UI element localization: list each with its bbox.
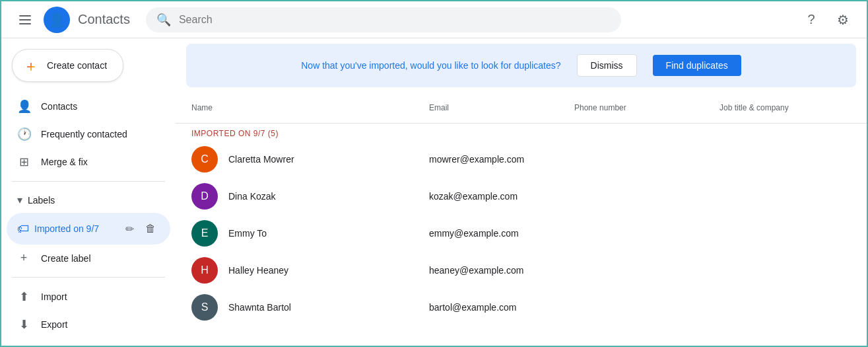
create-contact-label: Create contact [47, 60, 107, 71]
contact-avatar: D [191, 183, 218, 210]
table-header: Name Email Phone number Job title & comp… [176, 93, 867, 124]
sidebar-item-contacts-label: Contacts [41, 101, 77, 112]
content-area: Now that you've imported, would you like… [176, 38, 867, 346]
imported-label-text: Imported on 9/7 [34, 223, 115, 234]
find-duplicates-button[interactable]: Find duplicates [653, 55, 741, 76]
header-name: Name [191, 98, 429, 118]
create-contact-button[interactable]: Create contact [12, 49, 123, 82]
header-job: Job title & company [719, 98, 851, 118]
sidebar-bottom: ⬆ Import ⬇ Export 🖨 Print [1, 283, 176, 346]
contact-avatar: C [191, 146, 218, 173]
header-phone: Phone number [574, 98, 719, 118]
chevron-down-icon: ▾ [17, 194, 22, 206]
sidebar-item-merge-label: Merge & fix [41, 157, 88, 167]
contact-avatar: S [191, 294, 218, 321]
labels-section: ▾ Labels 🏷 Imported on 9/7 ✏ 🗑 + Create … [1, 187, 176, 272]
table-row[interactable]: S Shawnta Bartol bartol@example.com [176, 289, 867, 326]
contact-name: Dina Kozak [228, 191, 276, 202]
help-button[interactable]: ? [798, 7, 824, 33]
app-title: Contacts [78, 12, 130, 27]
hamburger-icon [19, 15, 31, 24]
contact-name-cell: C Claretta Mowrer [191, 146, 429, 173]
create-label-item[interactable]: + Create label [7, 245, 170, 272]
contact-email: emmy@example.com [429, 228, 574, 239]
person-icon: 👤 [17, 99, 30, 114]
import-banner: Now that you've imported, would you like… [186, 44, 856, 87]
merge-icon: ⊞ [17, 155, 30, 169]
print-icon: 🖨 [17, 345, 30, 346]
header-email: Email [429, 98, 574, 118]
group-label: IMPORTED ON 9/7 (5) [176, 124, 867, 141]
contact-email: mowrer@example.com [429, 154, 574, 165]
table-row[interactable]: E Emmy To emmy@example.com [176, 215, 867, 252]
delete-label-button[interactable]: 🗑 [141, 219, 160, 238]
label-icon: 🏷 [17, 222, 29, 236]
sidebar-item-import[interactable]: ⬆ Import [7, 283, 170, 311]
contact-avatar: E [191, 220, 218, 247]
user-avatar-icon: 👤 [49, 12, 65, 28]
contact-name-cell: S Shawnta Bartol [191, 294, 429, 321]
labels-header[interactable]: ▾ Labels [7, 187, 170, 213]
user-avatar-button[interactable]: 👤 [44, 7, 70, 33]
sidebar-item-frequently[interactable]: 🕐 Frequently contacted [7, 120, 170, 148]
contact-list: C Claretta Mowrer mowrer@example.com D D… [176, 141, 867, 326]
search-icon: 🔍 [156, 13, 171, 27]
dismiss-button[interactable]: Dismiss [577, 54, 637, 77]
imported-label-item[interactable]: 🏷 Imported on 9/7 ✏ 🗑 [7, 213, 170, 245]
create-label-text: Create label [41, 253, 91, 264]
sidebar-divider-1 [12, 181, 165, 182]
contact-name-cell: D Dina Kozak [191, 183, 429, 210]
contacts-table: Name Email Phone number Job title & comp… [176, 93, 867, 326]
hamburger-button[interactable] [12, 7, 38, 33]
table-row[interactable]: C Claretta Mowrer mowrer@example.com [176, 141, 867, 178]
settings-button[interactable]: ⚙ [830, 7, 856, 33]
sidebar-item-contacts[interactable]: 👤 Contacts [7, 93, 170, 120]
sidebar-item-export[interactable]: ⬇ Export [7, 311, 170, 338]
plus-icon [23, 58, 39, 73]
contact-name: Claretta Mowrer [228, 154, 294, 165]
sidebar-item-merge[interactable]: ⊞ Merge & fix [7, 148, 170, 176]
contact-email: bartol@example.com [429, 302, 574, 313]
sidebar-item-export-label: Export [41, 319, 67, 330]
contact-email: kozak@example.com [429, 191, 574, 202]
top-right-icons: ? ⚙ [798, 7, 856, 33]
table-row[interactable]: D Dina Kozak kozak@example.com [176, 178, 867, 215]
search-bar-container: 🔍 [146, 7, 621, 32]
contact-name-cell: H Halley Heaney [191, 257, 429, 284]
history-icon: 🕐 [17, 127, 30, 141]
upload-icon: ⬆ [17, 289, 30, 304]
sidebar: Create contact 👤 Contacts 🕐 Frequently c… [1, 38, 176, 346]
edit-label-button[interactable]: ✏ [120, 219, 139, 238]
contact-name: Emmy To [228, 228, 267, 239]
label-item-actions: ✏ 🗑 [120, 219, 160, 238]
main-layout: Create contact 👤 Contacts 🕐 Frequently c… [1, 38, 867, 346]
import-banner-text: Now that you've imported, would you like… [301, 60, 560, 71]
contact-avatar: H [191, 257, 218, 284]
sidebar-item-print[interactable]: 🖨 Print [7, 338, 170, 346]
sidebar-item-frequently-label: Frequently contacted [41, 129, 127, 139]
top-bar: 👤 Contacts 🔍 ? ⚙ [1, 1, 867, 38]
sidebar-nav: 👤 Contacts 🕐 Frequently contacted ⊞ Merg… [1, 93, 176, 176]
contact-name: Halley Heaney [228, 265, 288, 276]
create-label-icon: + [17, 251, 30, 265]
contact-name: Shawnta Bartol [228, 302, 291, 313]
sidebar-item-import-label: Import [41, 291, 67, 302]
labels-header-label: Labels [28, 195, 55, 206]
download-icon: ⬇ [17, 317, 30, 332]
search-input[interactable] [179, 14, 611, 26]
contact-name-cell: E Emmy To [191, 220, 429, 247]
sidebar-divider-2 [12, 277, 165, 278]
table-row[interactable]: H Halley Heaney heaney@example.com [176, 252, 867, 289]
contact-email: heaney@example.com [429, 265, 574, 276]
